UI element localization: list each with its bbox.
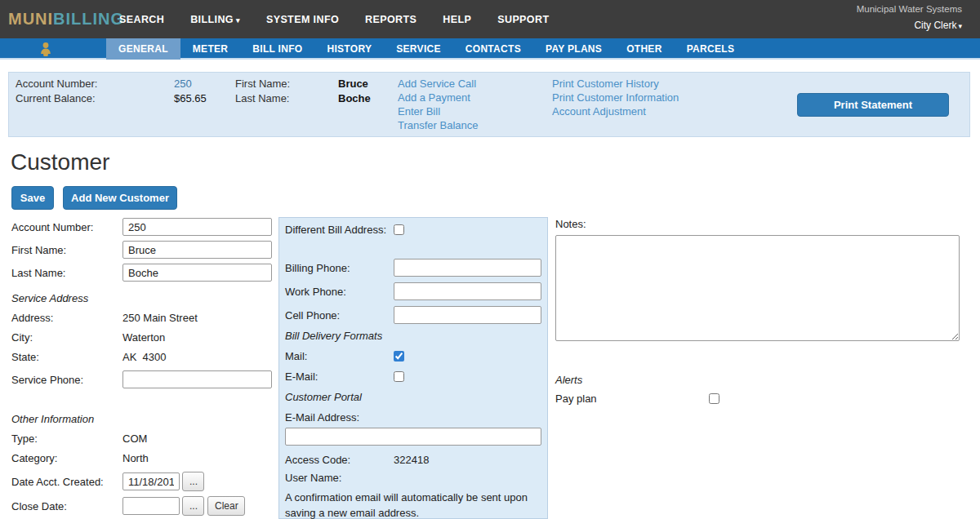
notes-alerts-column: Notes: Alerts Pay plan: [555, 218, 964, 405]
first-name-label: First Name:: [11, 244, 122, 256]
print-statement-button[interactable]: Print Statement: [797, 93, 949, 117]
date-created-row: Date Acct. Created: ...: [11, 472, 274, 491]
cell-phone-row: Cell Phone:: [285, 306, 547, 324]
summary-account-number-label: Account Number:: [16, 78, 97, 90]
close-date-picker-button[interactable]: ...: [182, 496, 204, 516]
mail-label: Mail:: [285, 350, 394, 362]
summary-first-name-value: Bruce: [338, 78, 368, 90]
add-new-customer-button[interactable]: Add New Customer: [63, 186, 177, 210]
tab-general[interactable]: GENERAL: [106, 38, 180, 60]
email-confirmation-note: A confirmation email will automatically …: [285, 490, 538, 519]
user-name-label: User Name:: [285, 472, 394, 484]
close-date-clear-button[interactable]: Clear: [207, 496, 245, 516]
billing-contact-panel: Different Bill Address: Billing Phone: W…: [278, 217, 548, 519]
nav-billing[interactable]: BILLING▾: [190, 14, 240, 25]
first-name-row: First Name:: [11, 241, 274, 259]
customer-tab-bar: GENERAL METER BILL INFO HISTORY SERVICE …: [0, 38, 980, 60]
summary-current-balance-label: Current Balance:: [16, 92, 96, 104]
nav-system-info[interactable]: SYSTEM INFO: [266, 14, 339, 25]
pay-plan-label: Pay plan: [555, 393, 709, 405]
user-name-row: User Name:: [285, 472, 547, 484]
close-date-input[interactable]: [122, 497, 180, 515]
last-name-input[interactable]: [122, 264, 272, 282]
work-phone-input[interactable]: [394, 282, 541, 300]
top-nav-menu: SEARCH BILLING▾ SYSTEM INFO REPORTS HELP…: [119, 0, 549, 38]
notes-textarea[interactable]: [555, 235, 960, 341]
address-row: Address: 250 Main Street: [11, 312, 274, 324]
work-phone-label: Work Phone:: [285, 286, 394, 298]
tab-meter[interactable]: METER: [180, 38, 241, 60]
account-number-input[interactable]: [122, 218, 272, 236]
email-address-label: E-Mail Address:: [285, 411, 547, 424]
close-date-row: Close Date: ... Clear: [11, 496, 274, 516]
other-information-header: Other Information: [11, 413, 274, 425]
add-service-call-link[interactable]: Add Service Call: [398, 78, 476, 90]
logo-muni-text: MUNI: [8, 10, 53, 28]
page-title: Customer: [11, 149, 109, 175]
transfer-balance-link[interactable]: Transfer Balance: [398, 119, 479, 131]
nav-reports[interactable]: REPORTS: [365, 14, 416, 25]
tab-bill-info[interactable]: BILL INFO: [240, 38, 314, 60]
organization-name: Municipal Water Systems: [857, 4, 962, 14]
access-code-label: Access Code:: [285, 454, 394, 466]
summary-first-name-label: First Name:: [235, 78, 290, 90]
tab-other[interactable]: OTHER: [614, 38, 675, 60]
address-label: Address:: [11, 312, 122, 324]
alerts-header: Alerts: [555, 374, 964, 386]
category-row: Category: North: [11, 452, 274, 464]
email-delivery-checkbox[interactable]: [394, 371, 404, 382]
nav-search[interactable]: SEARCH: [119, 14, 164, 25]
tab-parcels[interactable]: PARCELS: [675, 38, 747, 60]
customer-details-form: Account Number: First Name: Last Name: S…: [11, 218, 274, 519]
city-label: City:: [11, 331, 122, 344]
save-button[interactable]: Save: [11, 186, 54, 210]
type-row: Type: COM: [11, 432, 274, 445]
mail-checkbox[interactable]: [394, 351, 404, 362]
date-created-input[interactable]: [122, 472, 180, 490]
first-name-input[interactable]: [122, 241, 272, 259]
tab-contacts[interactable]: CONTACTS: [453, 38, 533, 60]
print-customer-information-link[interactable]: Print Customer Information: [552, 91, 679, 104]
billing-phone-label: Billing Phone:: [285, 262, 394, 274]
tab-service[interactable]: SERVICE: [384, 38, 453, 60]
service-phone-label: Service Phone:: [11, 374, 122, 386]
different-bill-address-row: Different Bill Address:: [285, 224, 547, 236]
type-value: COM: [122, 432, 147, 445]
date-created-picker-button[interactable]: ...: [182, 472, 204, 491]
add-a-payment-link[interactable]: Add a Payment: [398, 91, 470, 104]
user-menu[interactable]: City Clerk▾: [857, 20, 962, 31]
cell-phone-label: Cell Phone:: [285, 309, 394, 322]
top-right-area: Municipal Water Systems City Clerk▾: [857, 4, 962, 31]
account-adjustment-link[interactable]: Account Adjustment: [552, 105, 646, 118]
category-value: North: [122, 452, 149, 464]
nav-billing-label: BILLING: [190, 14, 234, 25]
close-date-label: Close Date:: [11, 500, 122, 512]
tab-pay-plans[interactable]: PAY PLANS: [533, 38, 614, 60]
munibilling-logo[interactable]: MUNIBILLING: [8, 10, 124, 29]
different-bill-address-checkbox[interactable]: [394, 224, 404, 235]
service-phone-input[interactable]: [122, 370, 272, 388]
summary-last-name-value: Boche: [338, 92, 371, 104]
user-menu-label: City Clerk: [914, 20, 956, 31]
enter-bill-link[interactable]: Enter Bill: [398, 105, 440, 118]
account-summary-panel: Account Number: Current Balance: 250 $65…: [8, 72, 970, 137]
date-created-label: Date Acct. Created:: [11, 476, 122, 488]
nav-help[interactable]: HELP: [443, 14, 471, 25]
access-code-value: 322418: [394, 454, 429, 466]
billing-phone-input[interactable]: [394, 259, 541, 277]
cell-phone-input[interactable]: [394, 306, 541, 324]
work-phone-row: Work Phone:: [285, 282, 547, 300]
pay-plan-checkbox[interactable]: [709, 393, 719, 404]
munibilling-customer-page: { "topbar": { "logo_muni": "MUNI", "logo…: [0, 0, 980, 519]
state-row: State: AK 4300: [11, 351, 274, 363]
email-delivery-label: E-Mail:: [285, 370, 394, 383]
nav-support[interactable]: SUPPORT: [497, 14, 549, 25]
print-customer-history-link[interactable]: Print Customer History: [552, 78, 659, 90]
access-code-row: Access Code: 322418: [285, 454, 547, 466]
logo-billing-text: BILLING: [53, 10, 124, 28]
email-address-input[interactable]: [285, 428, 541, 446]
account-number-row: Account Number:: [11, 218, 274, 236]
city-value: Waterton: [122, 331, 165, 344]
tab-history[interactable]: HISTORY: [314, 38, 384, 60]
summary-account-number-link[interactable]: 250: [174, 78, 192, 90]
